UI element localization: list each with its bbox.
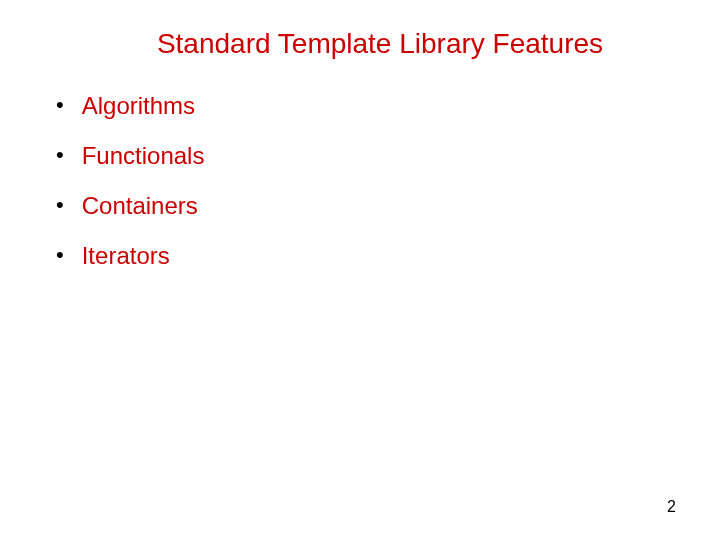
list-item: • Containers [56, 192, 672, 220]
list-item: • Algorithms [56, 92, 672, 120]
slide-title: Standard Template Library Features [48, 28, 672, 60]
bullet-text: Containers [82, 192, 198, 220]
list-item: • Functionals [56, 142, 672, 170]
slide: Standard Template Library Features • Alg… [0, 0, 720, 540]
bullet-text: Functionals [82, 142, 205, 170]
bullet-list: • Algorithms • Functionals • Containers … [48, 92, 672, 270]
page-number: 2 [667, 498, 676, 516]
bullet-icon: • [56, 94, 64, 116]
bullet-text: Iterators [82, 242, 170, 270]
bullet-text: Algorithms [82, 92, 195, 120]
list-item: • Iterators [56, 242, 672, 270]
bullet-icon: • [56, 194, 64, 216]
bullet-icon: • [56, 244, 64, 266]
bullet-icon: • [56, 144, 64, 166]
